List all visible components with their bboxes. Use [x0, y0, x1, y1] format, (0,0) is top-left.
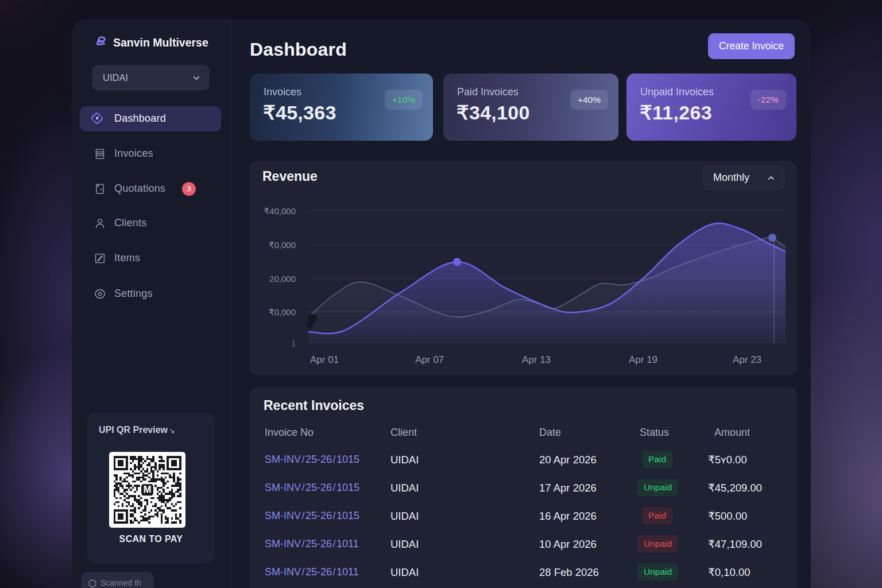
- svg-text:M: M: [144, 484, 152, 494]
